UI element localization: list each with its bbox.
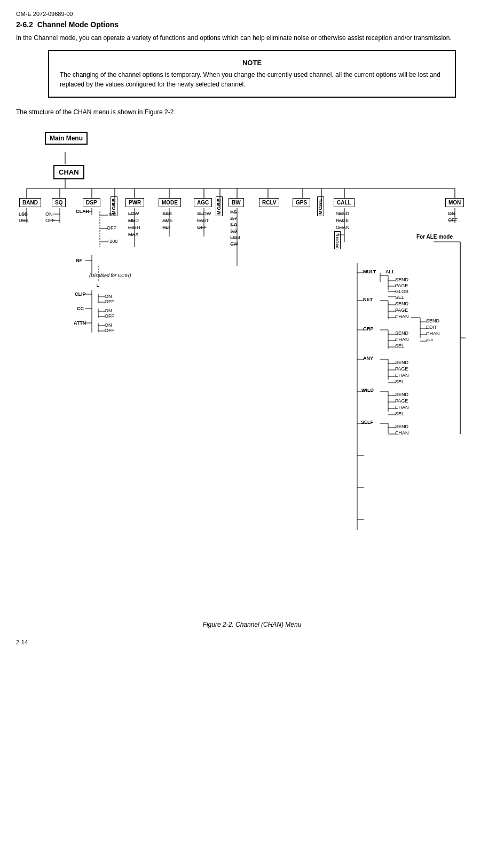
clip-on: ON <box>105 294 112 299</box>
call-page: PAGE <box>336 218 349 223</box>
dsp-nf: NF <box>76 258 82 263</box>
page-number: 2-14 <box>16 639 488 645</box>
attn-on: ON <box>105 322 112 328</box>
doc-id: OM-E 2072-09689-00 <box>16 11 488 17</box>
band-lsb: LSB <box>19 211 28 217</box>
grp-label: GRP <box>363 326 374 332</box>
mode-plt: PLT <box>162 225 171 230</box>
wild-chan: CHAN <box>395 405 409 410</box>
bw-27: 2.7 <box>230 216 237 221</box>
any-chan: CHAN <box>395 373 409 378</box>
sq-item: SQ <box>52 198 66 207</box>
clar-minus200: -200 <box>107 212 116 217</box>
pwr-max: MAX <box>128 232 139 237</box>
mult-all-page: PAGE <box>395 283 408 288</box>
note-body: The changing of the channel options is t… <box>60 70 444 89</box>
for-ale-mode-label: For ALE mode <box>416 234 453 240</box>
mode-ssb: SSB <box>162 211 172 216</box>
mult-all-sel: SEL <box>395 295 404 300</box>
any-sel: SEL <box>395 379 404 384</box>
pwr-med: MED <box>128 218 139 223</box>
band-usb: USB <box>19 218 29 223</box>
grp-sel: SEL <box>395 343 404 349</box>
mult-label: MULT <box>363 269 376 274</box>
net-chan: CHAN <box>395 314 409 319</box>
mult-all-send: SEND <box>395 277 408 282</box>
dsp-clip: CLIP <box>75 291 86 297</box>
band-item: BAND <box>19 198 41 207</box>
call-chan: CHAN <box>336 225 350 230</box>
pwr-low: LOW <box>128 211 139 216</box>
diagram-container: Main Menu CHAN MORE MORE MORE For ALE mo… <box>17 124 487 616</box>
any-page: PAGE <box>395 366 408 372</box>
self-chan: CHAN <box>395 430 409 436</box>
agc-off: OFF <box>197 225 207 230</box>
net-arrow: <-> <box>426 337 434 343</box>
dsp-clar: CLAR <box>76 209 89 214</box>
dsp-attn: ATTN <box>74 320 86 326</box>
mult-all: ALL <box>385 269 395 274</box>
bw-30: 3.0 <box>230 222 237 227</box>
bw-cw: CW <box>230 241 238 247</box>
clar-off: OFF <box>107 225 116 231</box>
net-send: SEND <box>395 301 408 306</box>
note-box: NOTE The changing of the channel options… <box>48 50 456 98</box>
main-menu-box: Main Menu <box>45 132 88 145</box>
clip-off: OFF <box>105 299 114 304</box>
cc-off: OFF <box>105 313 114 319</box>
call-more: MORE <box>334 231 341 251</box>
attn-off: OFF <box>105 328 114 333</box>
net-label: NET <box>363 297 373 302</box>
sq-off: OFF <box>45 218 55 223</box>
grp-chan: CHAN <box>395 337 409 342</box>
clar-plus200: +200 <box>107 239 117 244</box>
call-item: CALL <box>334 198 355 207</box>
grp-send: SEND <box>395 330 408 336</box>
note-title: NOTE <box>60 59 444 67</box>
any-label: ANY <box>363 356 373 361</box>
mode-item: MODE <box>159 198 181 207</box>
dsp-cc: CC <box>77 306 84 311</box>
mon-off: OFF <box>448 217 458 223</box>
nf-disabled: (Disabled for CCIR) <box>89 273 131 278</box>
bw-hs: HS <box>230 209 237 215</box>
more-box-3: MORE <box>317 196 324 218</box>
wild-label: WILD <box>361 388 374 393</box>
figure-caption: Figure 2-2. Channel (CHAN) Menu <box>16 621 488 628</box>
pwr-item: PWR <box>125 198 144 207</box>
bw-33: 3.3 <box>230 228 237 234</box>
agc-slow: SLOW <box>197 211 211 216</box>
net-chan2: CHAN <box>426 331 440 336</box>
intro-text: The structure of the CHAN menu is shown … <box>16 107 488 117</box>
body-text-1: In the Channel mode, you can operate a v… <box>16 33 488 43</box>
pwr-high: HIGH <box>128 225 140 230</box>
mon-on: ON <box>448 211 455 216</box>
wild-sel: SEL <box>395 411 404 416</box>
net-edit: EDIT <box>426 325 437 330</box>
chan-box: CHAN <box>53 165 84 179</box>
section-heading: 2-6.2 Channel Mode Options <box>16 20 488 29</box>
any-send: SEND <box>395 360 408 365</box>
bw-item: BW <box>229 198 244 207</box>
gps-item: GPS <box>293 198 310 207</box>
wild-send: SEND <box>395 392 408 397</box>
wild-page: PAGE <box>395 398 408 404</box>
net-page: PAGE <box>395 307 408 313</box>
cc-on: ON <box>105 308 112 313</box>
nf-bracket: ⌞ <box>96 279 100 288</box>
sq-on: ON <box>45 211 53 217</box>
bw-lsm: LSM <box>230 235 240 240</box>
self-label: SELF <box>361 420 373 425</box>
dsp-item: DSP <box>83 198 100 207</box>
agc-item: AGC <box>194 198 212 207</box>
self-send: SEND <box>395 424 408 429</box>
net-send-edit: SEND <box>426 318 439 324</box>
more-box-2: MORE <box>216 196 223 218</box>
mode-ame: AME <box>162 218 173 223</box>
rclv-item: RCLV <box>259 198 279 207</box>
mon-item: MON <box>445 198 464 207</box>
agc-fast: FAST <box>197 218 209 223</box>
call-send: SEND <box>336 211 349 216</box>
mult-all-glob: GLOB <box>395 289 408 294</box>
